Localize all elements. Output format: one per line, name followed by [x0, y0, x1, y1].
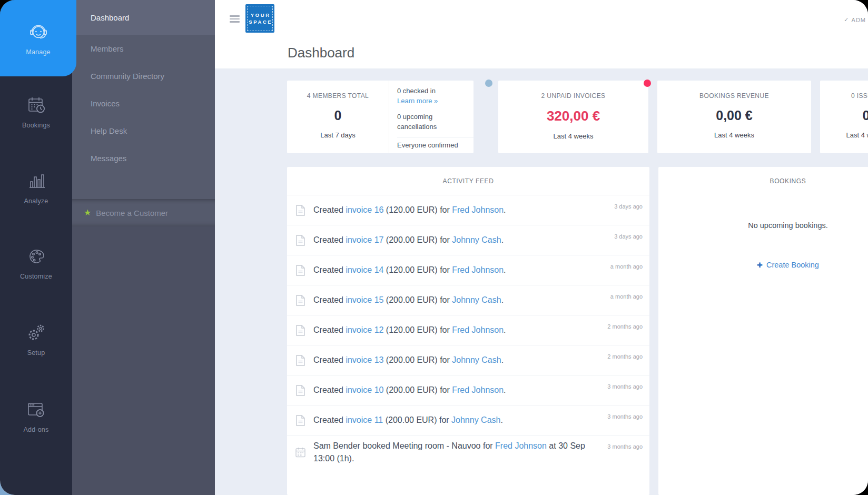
activity-row-text: Created invoice 10 (200.00 EUR) for Fred…: [313, 380, 607, 401]
plus-icon: ✚: [757, 261, 763, 269]
activity-feed-panel: ACTIVITY FEED Created invoice 16 (120.00…: [287, 167, 649, 495]
logo-text-line2: SPACE: [248, 18, 273, 25]
activity-text-segment: (200.00 EUR) for: [383, 385, 452, 394]
document-icon: [294, 295, 307, 306]
blue-status-dot: [485, 80, 492, 87]
document-icon: [294, 415, 307, 426]
issues-card: 0 ISSUES 0 Last 4 weeks: [820, 81, 868, 153]
secondary-sidebar: Dashboard Members Community Directory In…: [72, 0, 215, 495]
activity-text-segment: .: [504, 385, 506, 394]
activity-text-segment: Created: [313, 415, 346, 424]
activity-row-timestamp: 3 days ago: [614, 203, 643, 210]
rail-item-label: Analyze: [24, 197, 48, 205]
become-a-customer-link[interactable]: ★ Become a Customer: [72, 199, 215, 226]
activity-row-timestamp: 3 months ago: [607, 383, 643, 390]
members-total-stat: 4 MEMBERS TOTAL 0 Last 7 days: [287, 81, 389, 153]
sidebar-item-dashboard[interactable]: Dashboard: [72, 0, 215, 35]
rail-item-manage[interactable]: Manage: [0, 0, 76, 76]
activity-row-timestamp: a month ago: [610, 293, 643, 300]
sidebar-item-label: Members: [91, 44, 124, 53]
become-a-customer-label: Become a Customer: [96, 209, 168, 217]
hamburger-menu-icon[interactable]: [230, 15, 240, 24]
icon-rail: Manage Bookings: [0, 0, 72, 495]
activity-link[interactable]: Johnny Cash: [452, 355, 501, 364]
sidebar-item-help-desk[interactable]: Help Desk: [72, 117, 215, 144]
learn-more-link[interactable]: Learn more »: [397, 97, 474, 105]
rail-item-label: Manage: [26, 48, 50, 56]
stat-subtitle: Last 4 weeks: [846, 131, 868, 139]
bookings-revenue-stat: BOOKINGS REVENUE 0,00 € Last 4 weeks: [657, 81, 811, 139]
rail-item-label: Setup: [27, 349, 45, 357]
activity-text-segment: Created: [313, 325, 346, 334]
stat-value: 0,00 €: [716, 108, 753, 123]
main-area: YOUR SPACE ✓ ADM Dashboard 4 MEMBERS TOT…: [215, 0, 868, 495]
activity-link[interactable]: invoice 10: [346, 385, 383, 394]
document-icon: [294, 355, 307, 366]
sidebar-item-messages[interactable]: Messages: [72, 144, 215, 172]
rail-item-setup[interactable]: Setup: [0, 321, 72, 357]
yourspace-logo[interactable]: YOUR SPACE: [245, 4, 274, 33]
bookings-panel-title: BOOKINGS: [658, 167, 868, 195]
admin-label: ADM: [852, 17, 866, 23]
rail-item-bookings[interactable]: Bookings: [0, 94, 72, 129]
sidebar-item-label: Help Desk: [91, 126, 127, 135]
stat-subtitle: Last 4 weeks: [714, 131, 754, 139]
activity-link[interactable]: Johnny Cash: [451, 415, 500, 424]
stat-title: 2 UNPAID INVOICES: [541, 92, 606, 100]
activity-row-text: Created invoice 16 (120.00 EUR) for Fred…: [313, 200, 614, 221]
confirmed-text: Everyone confirmed: [397, 141, 474, 149]
activity-row: Created invoice 15 (200.00 EUR) for John…: [287, 285, 649, 315]
sidebar-item-invoices[interactable]: Invoices: [72, 90, 215, 117]
activity-row: Created invoice 10 (200.00 EUR) for Fred…: [287, 375, 649, 405]
activity-link[interactable]: Fred Johnson: [452, 205, 504, 214]
activity-link[interactable]: Fred Johnson: [452, 265, 504, 274]
activity-row-text: Sam Bender booked Meeting room - Nauvoo …: [313, 435, 607, 469]
create-booking-button[interactable]: ✚ Create Booking: [658, 261, 868, 269]
rail-item-customize[interactable]: Customize: [0, 245, 72, 280]
sidebar-menu: Dashboard Members Community Directory In…: [72, 0, 215, 199]
rail-item-label: Customize: [20, 273, 52, 280]
checked-in-text: 0 checked in: [397, 87, 474, 95]
admin-menu[interactable]: ✓ ADM: [844, 16, 866, 23]
activity-link[interactable]: Fred Johnson: [452, 385, 504, 394]
activity-link[interactable]: Johnny Cash: [452, 235, 501, 244]
activity-link[interactable]: invoice 14: [346, 265, 383, 274]
activity-link[interactable]: invoice 11: [346, 415, 383, 424]
stat-value: 320,00 €: [547, 108, 600, 124]
rail-item-add-ons[interactable]: Add-ons: [0, 398, 72, 433]
activity-link[interactable]: Fred Johnson: [452, 325, 504, 334]
activity-text-segment: (200.00 EUR) for: [383, 295, 452, 304]
activity-row: Created invoice 16 (120.00 EUR) for Fred…: [287, 195, 649, 225]
activity-link[interactable]: invoice 17: [346, 235, 383, 244]
activity-row-timestamp: 3 months ago: [607, 443, 643, 450]
bar-chart-icon: [25, 170, 48, 193]
palette-icon: [25, 245, 48, 268]
document-icon: [294, 235, 307, 246]
activity-row: Created invoice 17 (200.00 EUR) for John…: [287, 225, 649, 255]
activity-text-segment: Created: [313, 385, 346, 394]
activity-row-timestamp: 3 months ago: [607, 413, 643, 420]
activity-link[interactable]: invoice 15: [346, 295, 383, 304]
logo-text-line1: YOUR: [249, 12, 270, 18]
activity-rows: Created invoice 16 (120.00 EUR) for Fred…: [287, 195, 649, 469]
activity-link[interactable]: invoice 16: [346, 205, 383, 214]
create-booking-label: Create Booking: [766, 261, 819, 269]
activity-text-segment: (120.00 EUR) for: [383, 205, 452, 214]
activity-link[interactable]: invoice 12: [346, 325, 383, 334]
activity-row: Created invoice 12 (120.00 EUR) for Fred…: [287, 315, 649, 345]
activity-link[interactable]: Johnny Cash: [452, 295, 501, 304]
activity-text-segment: .: [501, 235, 504, 244]
rail-item-analyze[interactable]: Analyze: [0, 170, 72, 205]
sidebar-item-community-directory[interactable]: Community Directory: [72, 62, 215, 90]
stat-subtitle: Last 7 days: [320, 131, 356, 139]
stat-title: BOOKINGS REVENUE: [699, 92, 769, 100]
calendar-icon: [294, 447, 307, 458]
activity-link[interactable]: invoice 13: [346, 355, 383, 364]
activity-link[interactable]: Fred Johnson: [495, 441, 547, 450]
activity-row-text: Created invoice 13 (200.00 EUR) for John…: [313, 350, 607, 371]
sidebar-item-members[interactable]: Members: [72, 35, 215, 62]
activity-text-segment: (120.00 EUR) for: [383, 265, 452, 274]
bookings-panel: BOOKINGS No upcoming bookings. ✚ Create …: [658, 167, 868, 495]
activity-text-segment: (200.00 EUR) for: [383, 235, 452, 244]
activity-row: Sam Bender booked Meeting room - Nauvoo …: [287, 435, 649, 469]
